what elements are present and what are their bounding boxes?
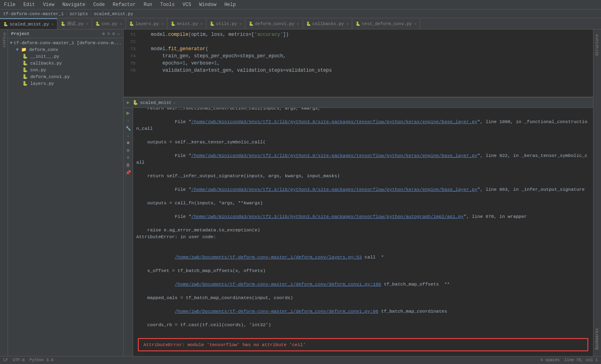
tab-close-7[interactable]: ✕ [346, 22, 349, 26]
tab-label-1: 测试.py [67, 21, 84, 27]
out-line-coords-rb: coords_rb = tf.cast(tf.ceil(coords), 'in… [136, 321, 590, 328]
tab-utils[interactable]: 🐍 utils.py ✕ [206, 18, 246, 29]
status-position[interactable]: line 76, col 1 [564, 358, 598, 362]
menu-item-tools[interactable]: Tools [159, 2, 176, 8]
tab-test-deform[interactable]: 🐍 test_deform_conv.py ✕ [352, 18, 420, 29]
menu-item-file[interactable]: File [2, 2, 17, 8]
tab-close-1[interactable]: ✕ [86, 22, 88, 26]
tab-test[interactable]: 🐍 测试.py ✕ [57, 18, 92, 29]
project-title: Project [11, 31, 29, 36]
code-line-71: 71 model.compile(optim, loss, metrics=['… [124, 31, 593, 38]
tab-close-6[interactable]: ✕ [297, 22, 299, 26]
out-line-deform1-link: /home/zwb/Documents/tf-deform-conv-maste… [136, 274, 590, 294]
run-header: ▶ 🐍 scaled_mnist ✕ [124, 98, 593, 108]
settings-icon[interactable]: ⚙ [112, 31, 115, 36]
menu-item-vcs[interactable]: VCS [181, 2, 193, 8]
run-close-button[interactable]: ✕ [173, 100, 175, 105]
tab-bar: 🐍 scaled_mnist.py ✕ 🐍 测试.py ✕ 🐍 cnn.py ✕… [0, 18, 601, 29]
tab-close-4[interactable]: ✕ [200, 22, 203, 26]
tab-close-3[interactable]: ✕ [161, 22, 164, 26]
sync-icon[interactable]: ≡ [107, 31, 110, 36]
out-link-base-layer2[interactable]: /home/zwb/miniconda3/envs/tf2.3/lib/pyth… [191, 119, 477, 124]
run-arrow-down[interactable]: ↓ [127, 133, 130, 138]
run-filter[interactable]: ⊞ [127, 148, 130, 153]
menu-item-view[interactable]: View [41, 2, 56, 8]
status-spaces[interactable]: 4 spaces [540, 358, 560, 362]
close-panel-icon[interactable]: — [117, 31, 120, 36]
tab-close-8[interactable]: ✕ [414, 22, 416, 26]
out-link-layers[interactable]: /home/zwb/Documents/tf-deform-conv-maste… [175, 254, 362, 260]
out-link-api[interactable]: /home/zwb/miniconda3/envs/tf2.3/lib/pyth… [191, 214, 464, 219]
menu-item-help[interactable]: Help [223, 2, 238, 8]
tab-deform-conv1[interactable]: 🐍 deform_conv1.py ✕ [246, 18, 303, 29]
menu-item-navigate[interactable]: Navigate [61, 2, 87, 8]
breadcrumb-scripts[interactable]: scripts [69, 12, 88, 16]
tab-label-0: scaled_mnist.py [10, 22, 49, 27]
menu-item-run[interactable]: Run [142, 2, 154, 8]
tab-label-3: layers.py [136, 22, 159, 26]
menu-item-refactor[interactable]: Refactor [111, 2, 137, 8]
run-trash[interactable]: 🗑 [126, 162, 130, 168]
run-arrow-up[interactable]: ↑ [127, 119, 130, 123]
run-tab-label: scaled_mnist [140, 100, 171, 105]
out-link-base-layer3[interactable]: /home/zwb/miniconda3/envs/tf2.3/lib/pyth… [191, 153, 477, 158]
out-line-raise: raise e.ag_error_metadata.to_exception(e… [136, 227, 590, 233]
run-play-button[interactable]: ▶ [126, 110, 130, 116]
tab-mnist[interactable]: 🐍 mnist.py ✕ [167, 18, 206, 29]
project-icon[interactable]: Project [2, 31, 6, 49]
main-area: Project Project ⊕ ≡ ⚙ — ▼ tf-deform-conv… [0, 29, 601, 356]
run-stop[interactable]: ■ [127, 141, 130, 145]
tab-icon-4: 🐍 [171, 22, 175, 26]
root-label: tf-deform-conv-master_1 [deform-conv-m..… [14, 41, 122, 45]
out-link-base-layer4[interactable]: /home/zwb/miniconda3/envs/tf2.3/lib/pyth… [191, 187, 477, 192]
right-sidebar: Structure Bookmarks [593, 29, 601, 356]
menu-item-edit[interactable]: Edit [22, 2, 37, 8]
tab-scaled-mnist[interactable]: 🐍 scaled_mnist.py ✕ [0, 18, 57, 29]
bookmarks-label[interactable]: Bookmarks [595, 325, 599, 353]
tree-layers[interactable]: 🐍 layers.py [8, 80, 123, 87]
tree-deform-conv1[interactable]: 🐍 deform_conv1.py [8, 73, 123, 80]
run-scroll[interactable]: ≡ [127, 155, 130, 160]
run-output[interactable]: Please report this to the TensorFlow tea… [133, 108, 593, 356]
out-line-file3c: File "/home/zwb/miniconda3/envs/tf2.3/li… [136, 145, 590, 172]
out-link-deform2[interactable]: /home/zwb/Documents/tf-deform-conv-maste… [175, 309, 379, 314]
breadcrumb-root[interactable]: tf-deform-conv-master_1 [3, 12, 64, 16]
tree-cnn[interactable]: 🐍 cnn.py [8, 67, 123, 73]
add-icon[interactable]: ⊕ [102, 31, 105, 36]
out-link-deform1[interactable]: /home/zwb/Documents/tf-deform-conv-maste… [175, 282, 381, 287]
tree-root[interactable]: ▼ tf-deform-conv-master_1 [deform-conv-m… [8, 40, 123, 46]
code-line-74: 74 train_gen, steps_per_epoch=steps_per_… [124, 53, 593, 60]
status-lf[interactable]: LF [3, 358, 8, 362]
out-line-layers-link: /home/zwb/Documents/tf-deform-conv-maste… [136, 247, 590, 267]
py-icon-callbacks: 🐍 [22, 61, 28, 66]
status-right: 4 spaces line 76, col 1 [540, 358, 598, 362]
run-wrench[interactable]: 🔧 [126, 126, 131, 131]
code-view[interactable]: 71 model.compile(optim, loss, metrics=['… [124, 29, 593, 97]
tab-close-2[interactable]: ✕ [120, 22, 122, 26]
breadcrumb-file[interactable]: scaled_mnist.py [94, 12, 133, 16]
tab-callbacks[interactable]: 🐍 callbacks.py ✕ [303, 18, 352, 29]
tab-layers[interactable]: 🐍 layers.py ✕ [126, 18, 167, 29]
menu-item-code[interactable]: Code [92, 2, 106, 8]
tree-deform-conv-folder[interactable]: ▼ 📁 deform_conv [8, 46, 123, 53]
tree-callbacks[interactable]: 🐍 callbacks.py [8, 60, 123, 67]
tab-icon-1: 🐍 [61, 22, 65, 26]
breadcrumb-sep1: › [65, 12, 68, 16]
status-python[interactable]: Python 3.8 [29, 358, 53, 362]
structure-label[interactable]: Structure [595, 31, 599, 59]
status-utf8[interactable]: UTF-8 [13, 358, 25, 362]
out-line-attr-in: AttributeError: in user code: [136, 233, 590, 240]
run-pin[interactable]: 📌 [126, 170, 131, 175]
out-line-file3d: File "/home/zwb/miniconda3/envs/tf2.3/li… [136, 179, 590, 200]
run-tab: 🐍 scaled_mnist ✕ [133, 100, 175, 105]
run-panel: ▶ 🐍 scaled_mnist ✕ ▶ ↑ 🔧 ↓ ■ ⊞ ≡ 🗑 [124, 97, 593, 356]
run-header-icon: ▶ [127, 100, 130, 106]
folder-icon-deform: ▼ 📁 [16, 47, 27, 52]
tab-close-5[interactable]: ✕ [240, 22, 242, 26]
tree-init[interactable]: 🐍 __init__.py [8, 53, 123, 60]
tab-close-0[interactable]: ✕ [51, 22, 54, 27]
out-line-empty1 [136, 240, 590, 247]
tab-cnn[interactable]: 🐍 cnn.py ✕ [92, 18, 126, 29]
project-tree: ▼ tf-deform-conv-master_1 [deform-conv-m… [8, 38, 123, 356]
menu-item-window[interactable]: Window [198, 2, 218, 8]
